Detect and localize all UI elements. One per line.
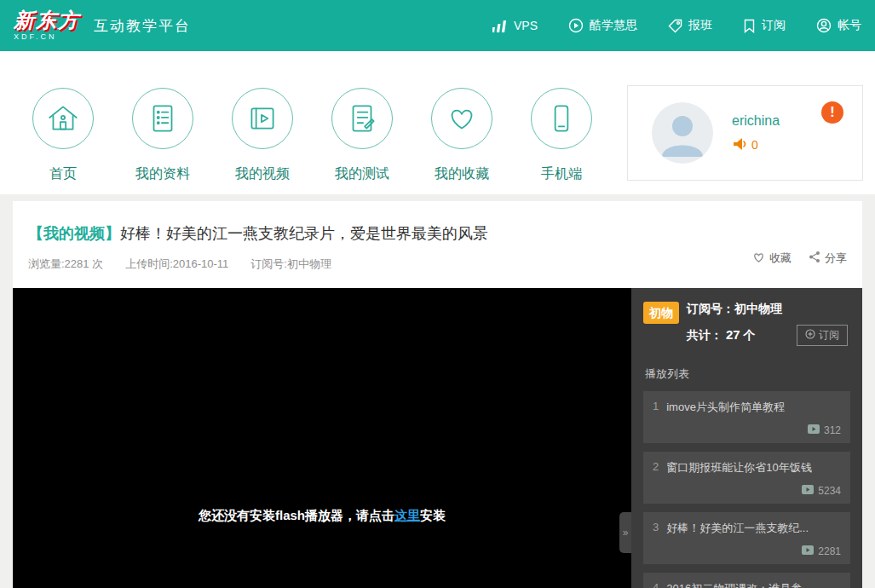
heart-icon: [431, 88, 492, 149]
plus-circle-icon: [805, 329, 815, 342]
video-meta: 浏览量:2281 次 上传时间:2016-10-11 订阅号:初中物理: [28, 257, 847, 272]
test-doc-icon: [331, 88, 393, 149]
logo-text: 新东方: [14, 10, 80, 31]
share-button[interactable]: 分享: [809, 251, 847, 266]
points-row[interactable]: 0: [732, 137, 780, 153]
nav-label: 我的资料: [132, 165, 193, 183]
channel-name: 订阅号:初中物理: [250, 257, 331, 272]
home-icon: [32, 88, 94, 149]
page: 新东方 XDF.CN 互动教学平台 VPS: [0, 0, 875, 588]
avatar[interactable]: [652, 102, 713, 164]
playlist-item[interactable]: 2 窗口期报班能让你省10年饭钱 5234: [643, 452, 850, 504]
video-icon: [232, 88, 293, 149]
flash-message-text: 安装: [420, 508, 446, 522]
header-nav: VPS 酷学慧思 报班: [492, 18, 861, 33]
nav-label: 手机端: [531, 165, 592, 183]
item-title: 2016初二物理课改：谁是参...: [666, 581, 811, 588]
video-count-icon: [802, 485, 814, 497]
sidebar-collapse-handle[interactable]: »: [619, 512, 631, 553]
channel-badge: 初物: [643, 302, 679, 324]
heart-outline-icon: [752, 251, 765, 266]
video-actions: 收藏 分享: [752, 251, 847, 266]
upload-time: 上传时间:2016-10-11: [125, 257, 228, 272]
share-icon: [809, 251, 820, 266]
notification-badge[interactable]: !: [821, 101, 843, 124]
favorite-button[interactable]: 收藏: [752, 251, 792, 266]
header-nav-vps[interactable]: VPS: [492, 19, 538, 32]
nav-item-videos[interactable]: 我的视频: [232, 88, 293, 183]
playlist-title: 播放列表: [645, 366, 858, 382]
nav-item-materials[interactable]: 我的资料: [132, 88, 193, 183]
item-play-count: 2281: [818, 545, 841, 557]
favorite-label: 收藏: [769, 251, 792, 266]
user-card: erichina 0 !: [627, 85, 863, 181]
video-info-bar: 【我的视频】好棒！好美的江一燕支教纪录片，爱是世界最美的风景 浏览量:2281 …: [13, 201, 862, 288]
app-header: 新东方 XDF.CN 互动教学平台 VPS: [0, 0, 875, 51]
item-index: 2: [653, 460, 659, 476]
item-play-count: 312: [824, 424, 841, 436]
user-circle-icon: [816, 18, 832, 33]
phone-icon: [531, 88, 592, 149]
platform-title: 互动教学平台: [94, 16, 191, 36]
signal-bars-icon: [492, 20, 508, 32]
item-index: 3: [653, 521, 659, 536]
flash-message: 您还没有安装flash播放器，请点击这里安装: [13, 508, 631, 524]
item-index: 4: [653, 581, 659, 588]
subscribe-label: 订阅: [819, 328, 839, 343]
playlist-item[interactable]: 1 imove片头制作简单教程 312: [643, 391, 850, 443]
header-nav-label: 帐号: [838, 18, 861, 33]
nav-label: 首页: [32, 165, 94, 183]
header-nav-baoban[interactable]: 报班: [668, 18, 712, 33]
nav-label: 我的收藏: [431, 165, 492, 183]
profile-doc-icon: [132, 88, 193, 149]
logo-subtext: XDF.CN: [14, 33, 80, 41]
video-player[interactable]: 您还没有安装flash播放器，请点击这里安装: [13, 288, 631, 588]
nav-label: 我的测试: [331, 165, 393, 183]
bookmark-icon: [743, 19, 756, 33]
total-unit: 个: [743, 328, 755, 342]
header-nav-label: 酷学慧思: [590, 18, 637, 33]
channel-header: 初物 订阅号：初中物理 共计： 27 个: [643, 302, 858, 346]
total-count: 共计： 27 个: [687, 327, 755, 343]
xdf-logo[interactable]: 新东方 XDF.CN: [14, 10, 80, 41]
nav-item-favorites[interactable]: 我的收藏: [431, 88, 492, 183]
total-label: 共计：: [687, 328, 722, 342]
header-nav-label: VPS: [514, 19, 538, 32]
video-count-icon: [802, 545, 814, 557]
video-title: 好棒！好美的江一燕支教纪录片，爱是世界最美的风景: [120, 225, 488, 242]
video-count-icon: [808, 424, 820, 436]
speaker-icon: [732, 137, 747, 153]
share-label: 分享: [825, 251, 847, 266]
sidebar-channel-name: 订阅号：初中物理: [687, 302, 858, 317]
header-nav-label: 报班: [688, 18, 712, 33]
flash-install-link[interactable]: 这里: [394, 508, 420, 522]
tag-icon: [668, 19, 682, 33]
points-value: 0: [751, 138, 758, 152]
item-title: imove片头制作简单教程: [666, 400, 785, 415]
item-title: 好棒！好美的江一燕支教纪...: [666, 521, 809, 536]
header-nav-label: 订阅: [762, 18, 786, 33]
header-nav-account[interactable]: 帐号: [816, 18, 861, 33]
player-row: 您还没有安装flash播放器，请点击这里安装 » 初物 订阅号：初中物理 共计：…: [13, 288, 862, 588]
total-value: 27: [726, 327, 740, 342]
nav-label: 我的视频: [232, 165, 293, 183]
playlist-item[interactable]: 3 好棒！好美的江一燕支教纪... 2281: [643, 512, 850, 564]
header-nav-subscribe[interactable]: 订阅: [743, 18, 786, 33]
username[interactable]: erichina: [732, 113, 780, 129]
header-nav-kuxue[interactable]: 酷学慧思: [568, 18, 637, 33]
item-play-count: 5234: [818, 485, 841, 497]
subscribe-button[interactable]: 订阅: [797, 325, 848, 346]
playlist-sidebar: 初物 订阅号：初中物理 共计： 27 个: [631, 288, 862, 588]
playlist-item[interactable]: 4 2016初二物理课改：谁是参...: [643, 573, 850, 588]
nav-item-mobile[interactable]: 手机端: [531, 88, 592, 183]
nav-item-home[interactable]: 首页: [32, 88, 94, 183]
item-index: 1: [653, 400, 659, 415]
item-title: 窗口期报班能让你省10年饭钱: [666, 460, 811, 476]
nav-item-tests[interactable]: 我的测试: [331, 88, 393, 183]
content-card: 【我的视频】好棒！好美的江一燕支教纪录片，爱是世界最美的风景 浏览量:2281 …: [13, 201, 862, 588]
video-category: 【我的视频】: [28, 225, 120, 242]
flash-message-text: 您还没有安装flash播放器，请点击: [199, 508, 394, 522]
views-count: 浏览量:2281 次: [28, 257, 103, 272]
play-circle-icon: [568, 18, 584, 33]
video-title-line: 【我的视频】好棒！好美的江一燕支教纪录片，爱是世界最美的风景: [28, 223, 847, 244]
